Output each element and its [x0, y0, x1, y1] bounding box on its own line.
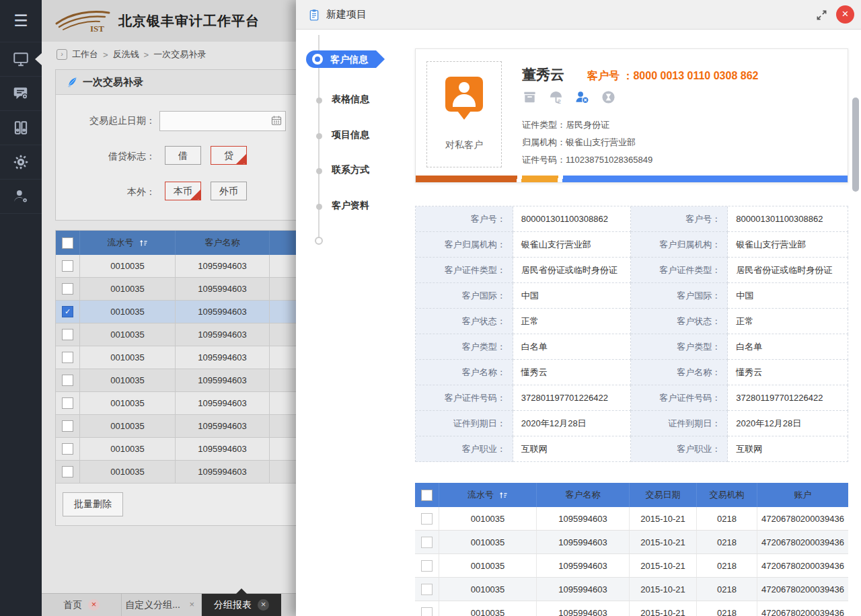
- detail-label: 证件到期日：: [416, 411, 513, 436]
- row-checkbox[interactable]: [62, 329, 73, 340]
- detail-label: 客户证件类型：: [416, 258, 513, 283]
- batch-delete-button[interactable]: 批量删除: [63, 492, 123, 516]
- new-project-drawer: 新建项目 × 客户信息表格信息项目信息联系方式客户资料 对私客户 董秀云 客户号…: [296, 0, 861, 616]
- tab-close-icon[interactable]: ×: [258, 599, 269, 611]
- avatar-icon: [445, 77, 483, 112]
- table-cell: 0010035: [80, 369, 176, 391]
- breadcrumb-item[interactable]: 一次交易补录: [153, 48, 206, 61]
- toggle-option[interactable]: 借: [165, 146, 201, 165]
- table-row[interactable]: 001003510959946032015-10-210218472067802…: [415, 601, 848, 616]
- row-checkbox[interactable]: [421, 607, 433, 616]
- svg-text:IST: IST: [90, 24, 104, 34]
- table-row[interactable]: 00100351095994603201: [56, 255, 296, 278]
- detail-row: 证件到期日：2020年12月28日证件到期日：2020年12月28日: [416, 411, 848, 436]
- table-cell: 1095994603: [537, 531, 630, 553]
- table-row[interactable]: 001003510959946032015-10-210218472067802…: [415, 531, 848, 554]
- detail-row: 客户国际：中国客户国际：中国: [416, 283, 848, 309]
- table-row[interactable]: 00100351095994603201: [56, 346, 296, 369]
- sidebar-item-settings[interactable]: [0, 145, 42, 180]
- row-checkbox[interactable]: [62, 260, 73, 272]
- footer-tab[interactable]: 分组报表×: [202, 594, 281, 616]
- breadcrumb-item[interactable]: 工作台: [72, 48, 98, 61]
- detail-value: 372801197701226422: [728, 385, 848, 411]
- detail-label: 客户号：: [416, 206, 513, 232]
- column-header-customer[interactable]: 客户名称: [176, 231, 270, 255]
- table-row[interactable]: 00100351095994603201: [56, 369, 296, 392]
- menu-icon[interactable]: ☰: [0, 0, 42, 42]
- table-row[interactable]: 00100351095994603201: [56, 392, 296, 415]
- toggle-option[interactable]: 外币: [211, 182, 247, 200]
- row-checkbox[interactable]: [62, 443, 73, 455]
- table-row[interactable]: 001003510959946032015-10-210218472067802…: [415, 554, 848, 578]
- close-icon[interactable]: ×: [836, 5, 854, 24]
- tab-close-icon[interactable]: ×: [186, 599, 198, 611]
- step-item[interactable]: 联系方式: [332, 164, 369, 176]
- table-cell: 0010035: [439, 507, 537, 530]
- table-row[interactable]: 001003510959946032015-10-210218472067802…: [415, 507, 848, 531]
- select-all-checkbox[interactable]: [62, 237, 73, 249]
- sidebar-item-workbench[interactable]: [0, 42, 42, 77]
- detail-row: 客户证件类型：居民省份证或临时身份证客户证件类型：居民省份证或临时身份证: [416, 258, 848, 283]
- table-row[interactable]: 00100351095994603201: [56, 323, 296, 346]
- row-checkbox[interactable]: [421, 584, 433, 595]
- app-title: 北京银丰审计工作平台: [118, 12, 260, 30]
- step-item[interactable]: 项目信息: [332, 129, 369, 141]
- table-cell: 1095994603: [176, 323, 270, 346]
- row-checkbox[interactable]: [62, 466, 73, 477]
- footer-tab[interactable]: 首页×: [42, 594, 122, 616]
- table-cell: 0010035: [439, 531, 537, 553]
- table-row[interactable]: 00100351095994603201: [56, 278, 296, 301]
- row-checkbox[interactable]: [62, 375, 73, 386]
- sidebar-item-archives[interactable]: [0, 111, 42, 145]
- column-header-org[interactable]: 交易机构: [697, 483, 757, 507]
- hourglass-circle-icon[interactable]: [601, 89, 616, 105]
- table-cell: 47206780200039436: [757, 554, 848, 577]
- column-header-serial[interactable]: 流水号: [80, 231, 176, 255]
- breadcrumb-item[interactable]: 反洗钱: [113, 48, 139, 61]
- sidebar-item-messages[interactable]: [0, 77, 42, 111]
- detail-label: 客户状态：: [631, 309, 728, 334]
- step-item[interactable]: 表格信息: [332, 93, 369, 106]
- step-item[interactable]: 客户资料: [332, 200, 369, 212]
- step-item-active[interactable]: 客户信息: [306, 50, 376, 68]
- toggle-option[interactable]: 本币✓: [165, 182, 201, 200]
- column-header-date[interactable]: 交易日期: [270, 231, 296, 255]
- calendar-icon[interactable]: [271, 115, 282, 126]
- sort-icon[interactable]: [499, 491, 508, 500]
- row-checkbox[interactable]: [421, 537, 433, 548]
- table-row[interactable]: 00100351095994603201: [56, 415, 296, 438]
- detail-label: 客户名称：: [631, 360, 728, 385]
- select-all-checkbox[interactable]: [421, 490, 433, 501]
- row-checkbox[interactable]: [62, 283, 73, 295]
- row-checkbox[interactable]: [421, 560, 433, 572]
- table-cell: 1095994603: [537, 601, 630, 616]
- expand-icon[interactable]: [816, 9, 827, 21]
- footer-tab[interactable]: 自定义分组...×: [122, 594, 202, 616]
- toggle-option[interactable]: 贷✓: [211, 146, 247, 165]
- row-checkbox[interactable]: [62, 397, 73, 409]
- detail-label: 证件到期日：: [631, 411, 728, 436]
- table-row[interactable]: 001003510959946032015-10-210218472067802…: [415, 578, 848, 601]
- row-checkbox[interactable]: [421, 513, 433, 525]
- column-header-account[interactable]: 账户: [757, 483, 848, 507]
- row-checkbox[interactable]: [62, 420, 73, 432]
- archive-box-icon[interactable]: [522, 89, 537, 105]
- sort-icon[interactable]: [139, 239, 148, 247]
- row-checkbox[interactable]: ✓: [62, 306, 73, 317]
- sidebar-item-users[interactable]: [0, 180, 42, 214]
- detail-label: 客户职业：: [416, 436, 513, 462]
- column-header-customer[interactable]: 客户名称: [537, 483, 630, 507]
- date-range-input[interactable]: [159, 111, 286, 131]
- row-checkbox[interactable]: [62, 352, 73, 363]
- table-cell: 1095994603: [537, 507, 630, 530]
- column-header-date[interactable]: 交易日期: [630, 483, 697, 507]
- table-row[interactable]: 00100351095994603201: [56, 438, 296, 461]
- tab-close-icon[interactable]: ×: [88, 599, 100, 611]
- table-row[interactable]: ✓00100351095994603201: [56, 301, 296, 323]
- chat-settings-icon: [12, 85, 30, 102]
- user-remove-icon[interactable]: [574, 89, 590, 105]
- table-row[interactable]: 00100351095994603201: [56, 461, 296, 484]
- scrollbar-thumb[interactable]: [852, 98, 859, 192]
- umbrella-2-icon[interactable]: 2: [548, 89, 564, 105]
- column-header-serial[interactable]: 流水号: [439, 483, 537, 507]
